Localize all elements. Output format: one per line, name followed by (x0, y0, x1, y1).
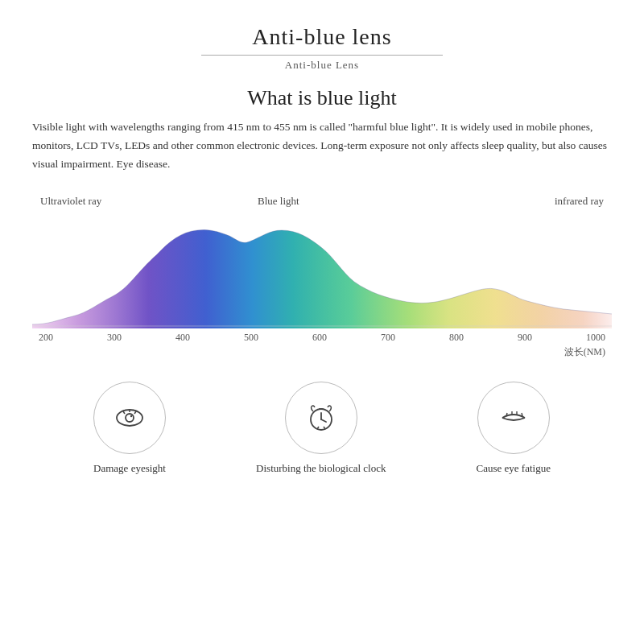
divider-line (201, 55, 443, 56)
uv-label: Ultraviolet ray (40, 195, 101, 208)
svg-line-17 (522, 413, 522, 416)
icon-item-eye-fatigue: Cause eye fatigue (477, 382, 551, 475)
svg-line-14 (506, 413, 507, 416)
biological-clock-circle (285, 382, 357, 454)
eye-icon (112, 400, 147, 436)
blue-label: Blue light (258, 195, 299, 208)
spectrum-top-labels: Ultraviolet ray Blue light infrared ray (32, 185, 612, 208)
wavelength-200: 200 (39, 332, 53, 344)
wavelength-900: 900 (518, 332, 532, 344)
damage-eyesight-circle (93, 382, 166, 454)
svg-rect-0 (32, 224, 612, 328)
biological-clock-label: Disturbing the biological clock (256, 462, 386, 475)
wavelength-unit-label: 波长(NM) (32, 345, 612, 359)
svg-point-3 (126, 414, 134, 422)
wavelength-800: 800 (449, 332, 464, 344)
wavelength-400: 400 (175, 332, 190, 344)
icon-item-damage-eyesight: Damage eyesight (93, 382, 166, 475)
infrared-label: infrared ray (555, 195, 604, 208)
wavelength-1000: 1000 (586, 332, 605, 344)
wavelength-700: 700 (381, 332, 395, 344)
icons-section: Damage eyesight (32, 382, 612, 475)
eye-fatigue-label: Cause eye fatigue (477, 462, 551, 475)
main-title: Anti-blue lens (201, 24, 443, 50)
icon-item-biological-clock: Disturbing the biological clock (256, 382, 386, 475)
svg-line-10 (321, 419, 326, 422)
damage-eyesight-label: Damage eyesight (93, 462, 166, 475)
tired-eye-icon (496, 400, 531, 436)
svg-point-4 (130, 415, 132, 417)
page: Anti-blue lens Anti-blue Lens What is bl… (0, 0, 644, 644)
svg-line-13 (324, 427, 325, 429)
wavelength-500: 500 (244, 332, 258, 344)
description-text: Visible light with wavelengths ranging f… (32, 118, 612, 174)
clock-icon (303, 400, 339, 436)
spectrum-numbers: 200 300 400 500 600 700 800 900 1000 (32, 332, 612, 344)
spectrum-chart (32, 224, 612, 328)
wavelength-600: 600 (312, 332, 327, 344)
subtitle: Anti-blue Lens (201, 59, 443, 72)
svg-line-7 (134, 411, 136, 414)
svg-line-12 (317, 427, 319, 429)
spectrum-section: Ultraviolet ray Blue light infrared ray (32, 185, 612, 359)
eye-fatigue-circle (477, 382, 550, 454)
title-section: Anti-blue lens Anti-blue Lens (201, 24, 443, 72)
wavelength-300: 300 (107, 332, 122, 344)
section-title: What is blue light (247, 86, 397, 110)
svg-line-5 (123, 411, 125, 414)
